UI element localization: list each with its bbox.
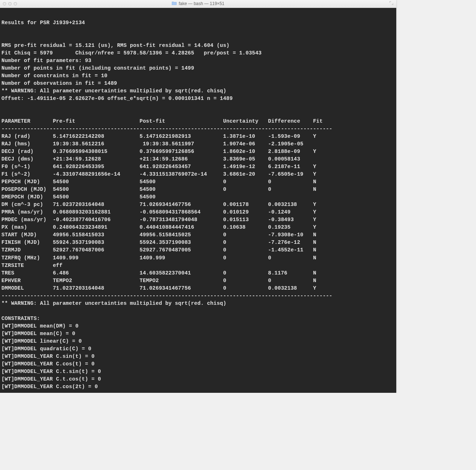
terminal-line: Number of constraints in fit = 10 (1, 72, 395, 80)
terminal-line: [WT]DMMODEL_YEAR C.t.cos(t) = 0 (1, 375, 395, 383)
terminal-line: Number of points in fit (including const… (1, 65, 395, 72)
terminal-line: Number of fit parameters: 93 (1, 57, 395, 65)
terminal-line: DMEPOCH (MJD) 54500 54500 (1, 193, 395, 201)
terminal-line: Results for PSR J1939+2134 (1, 19, 395, 27)
terminal-line: [WT]DMMODEL mean(DM) = 0 (1, 322, 395, 330)
terminal-line: ** WARNING: All parameter uncertainties … (1, 300, 395, 307)
terminal-line: DECJ (rad) 0.376695994308015 0.376695997… (1, 148, 395, 155)
terminal-line: TZRMJD 52927.7670487006 52927.7670487005… (1, 246, 395, 254)
terminal-line: Fit Chisq = 5979 Chisqr/nfree = 5978.58/… (1, 49, 395, 57)
terminal-window: fake — bash — 119×51 Results for PSR J19… (0, 0, 396, 393)
terminal-line (1, 12, 395, 19)
terminal-line: [WT]DMMODEL_YEAR C.sin(t) = 0 (1, 353, 395, 360)
terminal-line: PX (mas) 0.248064323234891 0.44041088444… (1, 224, 395, 231)
fullscreen-icon[interactable] (389, 1, 393, 7)
terminal-line: F0 (s^-1) 641.928226453395 641.928226453… (1, 163, 395, 171)
terminal-line: [WT]DMMODEL quadratic(C) = 0 (1, 345, 395, 353)
titlebar[interactable]: fake — bash — 119×51 (0, 0, 396, 8)
terminal-line: ----------------------------------------… (1, 125, 395, 133)
folder-icon (172, 1, 177, 7)
window-title-text: fake — bash — 119×51 (179, 1, 224, 7)
terminal-line: PMDEC (mas/yr) -0.402387740416706 -0.787… (1, 216, 395, 224)
terminal-line (1, 110, 395, 118)
terminal-line: DMMODEL 71.0237203164048 71.026934146775… (1, 285, 395, 292)
terminal-line (1, 102, 395, 110)
close-icon[interactable] (3, 2, 6, 5)
terminal-line: RAJ (hms) 19:39:38.5612216 19:39:38.5611… (1, 140, 395, 148)
terminal-line: TZRFRQ (MHz) 1409.999 1409.999 0 0 N (1, 254, 395, 262)
terminal-line: [WT]DMMODEL_YEAR C.cos(t) = 0 (1, 360, 395, 368)
zoom-icon[interactable] (14, 2, 17, 5)
terminal-line: Offset: -1.49111e-05 2.62627e-06 offset_… (1, 95, 395, 102)
terminal-line: FINISH (MJD) 55924.3537190083 55924.3537… (1, 239, 395, 246)
terminal-line (1, 307, 395, 315)
terminal-line: [WT]DMMODEL linear(C) = 0 (1, 338, 395, 345)
terminal-line: ----------------------------------------… (1, 292, 395, 300)
terminal-line (1, 34, 395, 42)
terminal-line: POSEPOCH (MJD) 54500 54500 0 0 N (1, 186, 395, 193)
titlebar-title: fake — bash — 119×51 (0, 1, 396, 7)
terminal-line: TZRSITE eff (1, 262, 395, 269)
terminal-line: CONSTRAINTS: (1, 315, 395, 322)
terminal-line: PMRA (mas/yr) 0.0680893203162881 -0.0568… (1, 208, 395, 216)
terminal-line: DECJ (dms) +21:34:59.12628 +21:34:59.126… (1, 155, 395, 163)
terminal-line: [WT]DMMODEL_YEAR C.t.sin(t) = 0 (1, 368, 395, 375)
minimize-icon[interactable] (8, 2, 12, 5)
window-controls (3, 2, 17, 5)
terminal-line: RAJ (rad) 5.14716222142208 5.14716221982… (1, 133, 395, 140)
terminal-line: ** WARNING: All parameter uncertainties … (1, 87, 395, 95)
terminal-line: TRES 6.486 14.6035822370041 0 8.1176 N (1, 269, 395, 277)
terminal-line: F1 (s^-2) -4.33107488291656e-14 -4.33115… (1, 171, 395, 178)
terminal-content[interactable]: Results for PSR J1939+2134RMS pre-fit re… (0, 8, 396, 393)
terminal-line: DM (cm^-3 pc) 71.0237203164048 71.026934… (1, 201, 395, 208)
terminal-line: [WT]DMMODEL_YEAR C.cos(2t) = 0 (1, 383, 395, 391)
terminal-line: Number of observations in fit = 1489 (1, 80, 395, 87)
terminal-line: PEPOCH (MJD) 54500 54500 0 0 N (1, 178, 395, 186)
terminal-line: [WT]DMMODEL mean(C) = 0 (1, 330, 395, 338)
terminal-line: START (MJD) 49956.5158415033 49956.51584… (1, 231, 395, 239)
terminal-line (1, 27, 395, 34)
terminal-line: PARAMETER Pre-fit Post-fit Uncertainty D… (1, 118, 395, 125)
terminal-line: EPHVER TEMPO2 TEMPO2 0 0 N (1, 277, 395, 285)
terminal-line: RMS pre-fit residual = 15.121 (us), RMS … (1, 42, 395, 49)
